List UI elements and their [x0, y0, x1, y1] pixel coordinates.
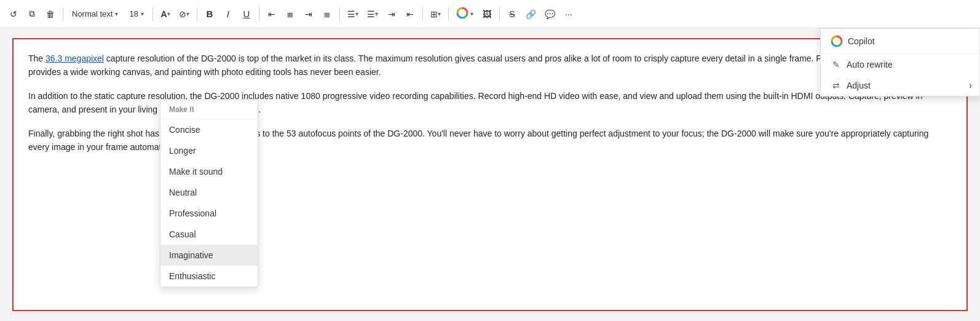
table-icon: ⊞ — [430, 9, 438, 19]
highlight-button[interactable]: ⊘ ▾ — [175, 4, 193, 24]
link-button[interactable]: 🔗 — [522, 4, 540, 24]
font-size-chevron-icon: ▾ — [141, 10, 144, 17]
submenu-item-concise[interactable]: Concise — [160, 119, 258, 140]
copilot-title: Copilot — [848, 36, 875, 46]
submenu-item-neutral[interactable]: Neutral — [160, 182, 258, 203]
align-right-icon: ⇥ — [305, 9, 312, 19]
imaginative-label: Imaginative — [169, 250, 213, 260]
enthusiastic-label: Enthusiastic — [169, 271, 215, 281]
copilot-header: Copilot — [821, 29, 979, 54]
concise-label: Concise — [169, 125, 200, 135]
comment-button[interactable]: 💬 — [541, 4, 559, 24]
comment-icon: 💬 — [545, 9, 555, 19]
bullet-list-button[interactable]: ☰ ▾ — [344, 4, 362, 24]
copilot-toolbar-button[interactable]: ▾ — [452, 4, 477, 24]
style-chevron-icon: ▾ — [115, 10, 118, 17]
adjust-icon: ⇄ — [831, 81, 842, 90]
delete-button[interactable]: 🗑 — [42, 4, 59, 24]
italic-button[interactable]: I — [219, 4, 237, 24]
indent-increase-icon: ⇥ — [388, 9, 395, 19]
font-size-dropdown[interactable]: 18 ▾ — [124, 4, 148, 24]
copilot-header-icon — [831, 35, 843, 47]
align-right-button[interactable]: ⇥ — [300, 4, 317, 24]
more-button[interactable]: ··· — [560, 4, 577, 24]
submenu-item-casual[interactable]: Casual — [160, 224, 258, 245]
style-label: Normal text — [72, 9, 113, 18]
toolbar: ↺ ⧉ 🗑 Normal text ▾ 18 ▾ A ▾ ⊘ ▾ B I U ⇤… — [0, 0, 980, 28]
indent-decrease-button[interactable]: ⇤ — [401, 4, 419, 24]
align-center-icon: ≣ — [286, 9, 294, 19]
align-center-button[interactable]: ≣ — [282, 4, 299, 24]
megapixel-link[interactable]: 36.3 megapixel — [45, 54, 104, 63]
divider-6 — [422, 7, 423, 21]
undo-icon: ↺ — [10, 9, 17, 19]
text-color-button[interactable]: A ▾ — [157, 4, 174, 24]
style-dropdown[interactable]: Normal text ▾ — [67, 4, 123, 24]
auto-rewrite-label: Auto rewrite — [847, 60, 893, 69]
divider-4 — [259, 7, 259, 21]
bullet-list-icon: ☰ — [347, 9, 355, 19]
submenu-item-imaginative[interactable]: Imaginative — [160, 245, 258, 266]
copilot-dropdown-panel: Copilot ✎ Auto rewrite ⇄ Adjust — [820, 28, 980, 97]
submenu-panel: Make it Concise Longer Make it sound Neu… — [160, 100, 258, 287]
copy-button[interactable]: ⧉ — [23, 4, 41, 24]
table-button[interactable]: ⊞ ▾ — [427, 4, 445, 24]
numbered-list-button[interactable]: ☰ ▾ — [363, 4, 382, 24]
indent-decrease-icon: ⇤ — [406, 9, 414, 19]
align-justify-icon: ≣ — [323, 9, 331, 19]
font-size-label: 18 — [129, 9, 138, 18]
make-it-sound-label: Make it sound — [169, 167, 223, 176]
submenu-item-professional[interactable]: Professional — [160, 203, 258, 224]
submenu-header: Make it — [160, 100, 258, 119]
undo-button[interactable]: ↺ — [5, 4, 22, 24]
trash-icon: 🗑 — [46, 9, 55, 19]
casual-label: Casual — [169, 229, 196, 239]
numbered-list-chevron-icon: ▾ — [375, 10, 378, 17]
copilot-chevron-icon: ▾ — [470, 10, 473, 17]
paragraph-1: The 36.3 megapixel capture resolution of… — [28, 52, 952, 79]
professional-label: Professional — [169, 208, 216, 218]
adjust-item[interactable]: ⇄ Adjust — [821, 75, 979, 96]
divider-2 — [152, 7, 153, 21]
align-justify-button[interactable]: ≣ — [318, 4, 336, 24]
underline-button[interactable]: U — [238, 4, 255, 24]
underline-icon: U — [243, 9, 250, 19]
bold-icon: B — [207, 9, 213, 19]
image-button[interactable]: 🖼 — [478, 4, 496, 24]
more-icon: ··· — [565, 9, 572, 19]
auto-rewrite-item[interactable]: ✎ Auto rewrite — [821, 54, 979, 75]
adjust-label: Adjust — [847, 81, 871, 90]
submenu-item-enthusiastic[interactable]: Enthusiastic — [160, 266, 258, 287]
align-left-button[interactable]: ⇤ — [263, 4, 280, 24]
bold-button[interactable]: B — [201, 4, 218, 24]
link-icon: 🔗 — [526, 9, 536, 19]
text-color-chevron-icon: ▾ — [167, 10, 170, 17]
strikethrough-button[interactable]: S — [504, 4, 521, 24]
divider-5 — [339, 7, 340, 21]
divider-8 — [499, 7, 500, 21]
strikethrough-icon: S — [509, 9, 515, 19]
highlight-icon: ⊘ — [179, 9, 186, 19]
table-chevron-icon: ▾ — [438, 10, 441, 17]
align-left-icon: ⇤ — [268, 9, 275, 19]
longer-label: Longer — [169, 146, 196, 156]
copy-icon: ⧉ — [29, 9, 35, 19]
numbered-list-icon: ☰ — [367, 9, 375, 19]
text-color-icon: A — [160, 9, 167, 19]
submenu-item-longer[interactable]: Longer — [160, 140, 258, 161]
highlight-chevron-icon: ▾ — [186, 10, 189, 17]
divider-3 — [197, 7, 197, 21]
neutral-label: Neutral — [169, 188, 197, 197]
auto-rewrite-icon: ✎ — [831, 60, 842, 69]
italic-icon: I — [227, 9, 229, 19]
divider-7 — [448, 7, 449, 21]
divider-1 — [63, 7, 63, 21]
main-area: The 36.3 megapixel capture resolution of… — [0, 28, 980, 321]
bullet-list-chevron-icon: ▾ — [355, 10, 358, 17]
image-icon: 🖼 — [483, 9, 491, 19]
indent-increase-button[interactable]: ⇥ — [383, 4, 400, 24]
copilot-color-icon — [456, 7, 468, 21]
submenu-item-make-it-sound[interactable]: Make it sound — [160, 161, 258, 182]
